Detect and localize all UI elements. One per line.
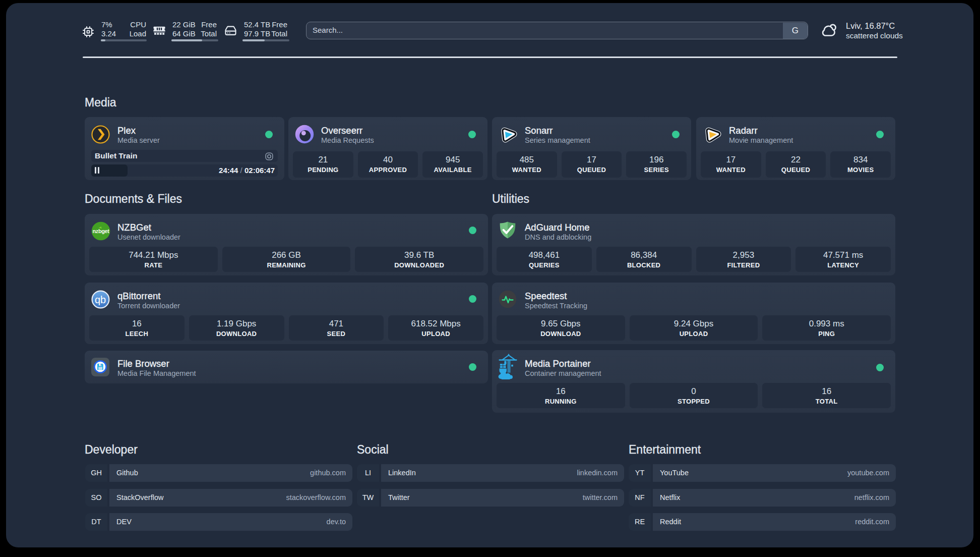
svg-text:nzbget: nzbget (92, 228, 109, 234)
svg-text:qb: qb (95, 294, 106, 305)
